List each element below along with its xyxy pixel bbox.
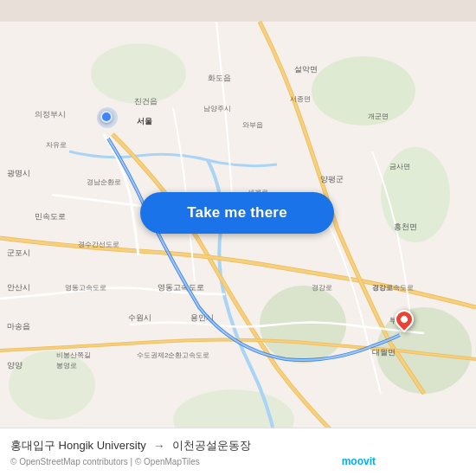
svg-text:군포시: 군포시 [7,248,30,257]
route-from-label: 홍대입구 Hongik University [10,438,146,453]
svg-text:수원시: 수원시 [128,313,151,322]
svg-text:수도권제2순환고속도로: 수도권제2순환고속도로 [137,351,209,359]
svg-text:금사면: 금사면 [389,163,410,170]
origin-marker [100,111,113,123]
svg-text:자유로: 자유로 [46,141,67,149]
moovit-logo: moovit [342,455,376,467]
svg-text:경강고속도로: 경강고속도로 [372,284,414,292]
svg-text:양평군: 양평군 [320,175,344,183]
route-arrow: → [153,439,165,453]
svg-text:서울: 서울 [137,117,152,125]
svg-text:남양주시: 남양주시 [203,105,231,113]
destination-marker [395,310,415,338]
attribution-text: © OpenStreetMap contributors | © OpenMap… [10,457,200,466]
svg-text:흥천면: 흥천면 [394,222,417,231]
svg-point-5 [91,43,186,104]
svg-text:개군면: 개군면 [368,113,389,120]
take-me-there-button[interactable]: Take me there [140,192,334,234]
svg-text:영동고속도로: 영동고속도로 [158,283,204,292]
svg-text:민속도로: 민속도로 [35,212,66,221]
svg-text:화도읍: 화도읍 [208,74,231,82]
bottom-bar: 홍대입구 Hongik University → 이천공설운동장 © OpenS… [0,428,476,476]
svg-text:경강로: 경강로 [312,284,332,292]
svg-text:안산시: 안산시 [7,283,30,292]
svg-text:비봉산쪽길: 비봉산쪽길 [56,351,91,359]
svg-text:양양: 양양 [7,361,23,370]
map-background: 의정부시 진건읍 화도읍 설악면 서울 남양주시 서종면 자유로 광명시 경남순… [0,0,476,476]
route-to-label: 이천공설운동장 [172,438,251,453]
svg-text:마송읍: 마송읍 [7,322,30,331]
svg-text:봉영로: 봉영로 [56,362,77,370]
svg-text:설악면: 설악면 [294,65,318,74]
svg-text:광명시: 광명시 [7,169,30,177]
svg-text:대월면: 대월면 [372,348,396,357]
svg-text:영동고속도로: 영동고속도로 [65,284,106,292]
svg-text:경수간선도로: 경수간선도로 [78,241,119,248]
map-container: 의정부시 진건읍 화도읍 설악면 서울 남양주시 서종면 자유로 광명시 경남순… [0,0,476,476]
svg-text:경남순환로: 경남순환로 [87,178,121,186]
svg-point-1 [312,56,415,125]
svg-text:의정부시: 의정부시 [35,110,66,119]
svg-text:와부읍: 와부읍 [242,121,263,129]
svg-text:진건읍: 진건읍 [134,97,158,106]
svg-text:서종면: 서종면 [290,95,311,103]
